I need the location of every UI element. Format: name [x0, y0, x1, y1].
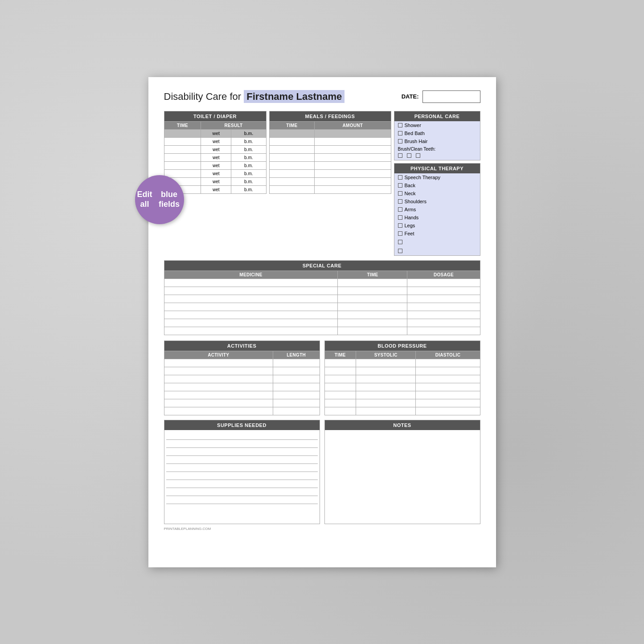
bed-bath-checkbox[interactable]	[398, 131, 402, 135]
supplies-row[interactable]	[166, 488, 318, 496]
table-row	[164, 327, 480, 335]
neck-item: Neck	[394, 189, 480, 197]
blood-pressure-section: BLOOD PRESSURE TIME SYSTOLIC DIASTOLIC	[324, 340, 480, 415]
back-item: Back	[394, 181, 480, 189]
footer: PRINTABLEPLANNING.COM	[164, 527, 480, 531]
date-input[interactable]	[422, 90, 480, 103]
brush-hair-item: Brush Hair	[394, 137, 480, 145]
date-section: DATE:	[402, 90, 480, 103]
table-row	[164, 407, 320, 415]
table-row	[269, 145, 391, 153]
neck-checkbox[interactable]	[398, 191, 402, 196]
bm-header: b.m.	[231, 129, 266, 137]
table-row	[269, 169, 391, 177]
meals-time-header: TIME	[269, 121, 315, 129]
blood-pressure-header: BLOOD PRESSURE	[324, 340, 480, 351]
table-row: wetb.m.	[164, 137, 266, 145]
table-row	[164, 295, 480, 303]
supplies-row[interactable]	[166, 440, 318, 448]
hands-item: Hands	[394, 213, 480, 222]
pt-custom1-checkbox[interactable]	[398, 240, 402, 244]
brush-hair-checkbox[interactable]	[398, 139, 402, 144]
table-row	[164, 391, 320, 399]
speech-therapy-checkbox[interactable]	[398, 175, 402, 180]
notes-header: NOTES	[325, 420, 480, 430]
back-checkbox[interactable]	[398, 183, 402, 188]
systolic-header: SYSTOLIC	[356, 351, 416, 359]
length-col-header: LENGTH	[273, 351, 320, 359]
bed-bath-item: Bed Bath	[394, 129, 480, 137]
supplies-section: SUPPLIES NEEDED	[164, 420, 320, 524]
table-row	[164, 287, 480, 295]
table-row	[324, 359, 480, 367]
notes-section: NOTES	[324, 420, 480, 524]
patient-name[interactable]: Firstname Lastname	[244, 90, 345, 103]
table-row	[324, 383, 480, 391]
table-row: wetb.m.	[164, 145, 266, 153]
notes-content[interactable]	[325, 430, 480, 524]
shoulders-item: Shoulders	[394, 197, 480, 205]
special-care-section: SPECIAL CARE MEDICINE TIME DOSAGE	[164, 260, 480, 335]
table-row	[269, 177, 391, 185]
legs-checkbox[interactable]	[398, 223, 402, 228]
pt-custom2	[394, 246, 480, 255]
table-row	[164, 319, 480, 327]
brush-teeth-cb3[interactable]	[416, 153, 420, 158]
table-row	[269, 161, 391, 169]
supplies-row[interactable]	[166, 504, 318, 512]
meals-feedings-section: MEALS / FEEDINGS TIME AMOUNT	[269, 111, 391, 256]
table-row	[164, 383, 320, 391]
feet-checkbox[interactable]	[398, 231, 402, 236]
arms-checkbox[interactable]	[398, 207, 402, 212]
table-row	[324, 367, 480, 375]
medicine-header: MEDICINE	[164, 271, 338, 279]
special-care-header: SPECIAL CARE	[164, 260, 480, 271]
shoulders-checkbox[interactable]	[398, 199, 402, 204]
personal-care-header: PERSONAL CARE	[394, 111, 480, 121]
meals-amount-header: AMOUNT	[315, 121, 391, 129]
sc-time-header: TIME	[338, 271, 407, 279]
toilet-header: TOILET / DIAPER	[164, 111, 266, 121]
toilet-result-header: RESULT	[201, 121, 266, 129]
physical-therapy-section: PHYSICAL THERAPY Speech Therapy Back Nec…	[394, 163, 480, 256]
diastolic-header: DIASTOLIC	[416, 351, 480, 359]
edit-badge: Edit all blue fields	[135, 175, 184, 224]
brush-teeth-cb1[interactable]	[398, 153, 402, 158]
table-row	[164, 311, 480, 319]
table-row	[324, 407, 480, 415]
supplies-row[interactable]	[166, 472, 318, 480]
dosage-header: DOSAGE	[407, 271, 480, 279]
wet-header: wet	[201, 129, 231, 137]
pt-custom2-checkbox[interactable]	[398, 249, 402, 253]
brush-teeth-cb2[interactable]	[407, 153, 411, 158]
toilet-diaper-section: TOILET / DIAPER TIME RESULT wet b.m. wet…	[164, 111, 267, 256]
feet-item: Feet	[394, 230, 480, 238]
supplies-row[interactable]	[166, 448, 318, 456]
meals-header: MEALS / FEEDINGS	[269, 111, 391, 121]
personal-care-section: PERSONAL CARE Shower Bed Bath Brush Hair…	[394, 111, 480, 160]
pt-custom1	[394, 238, 480, 246]
supplies-row[interactable]	[166, 456, 318, 464]
table-row	[164, 359, 320, 367]
table-row	[324, 375, 480, 383]
document-title: Disability Care for Firstname Lastname	[164, 91, 345, 103]
supplies-row[interactable]	[166, 480, 318, 488]
supplies-header: SUPPLIES NEEDED	[164, 420, 320, 430]
hands-checkbox[interactable]	[398, 215, 402, 220]
activities-header: ACTIVITIES	[164, 340, 320, 351]
table-row	[164, 279, 480, 287]
brush-teeth-checkboxes	[394, 152, 480, 160]
table-row	[324, 399, 480, 407]
toilet-time-header: TIME	[164, 121, 201, 129]
supplies-row[interactable]	[166, 464, 318, 472]
table-row	[164, 303, 480, 311]
supplies-row[interactable]	[166, 432, 318, 440]
table-row	[164, 375, 320, 383]
document: Edit all blue fields Disability Care for…	[148, 77, 496, 567]
shower-checkbox[interactable]	[398, 123, 402, 127]
right-column: PERSONAL CARE Shower Bed Bath Brush Hair…	[394, 111, 480, 256]
table-row	[164, 367, 320, 375]
supplies-row[interactable]	[166, 496, 318, 504]
table-row	[269, 137, 391, 145]
physical-therapy-header: PHYSICAL THERAPY	[394, 164, 480, 173]
